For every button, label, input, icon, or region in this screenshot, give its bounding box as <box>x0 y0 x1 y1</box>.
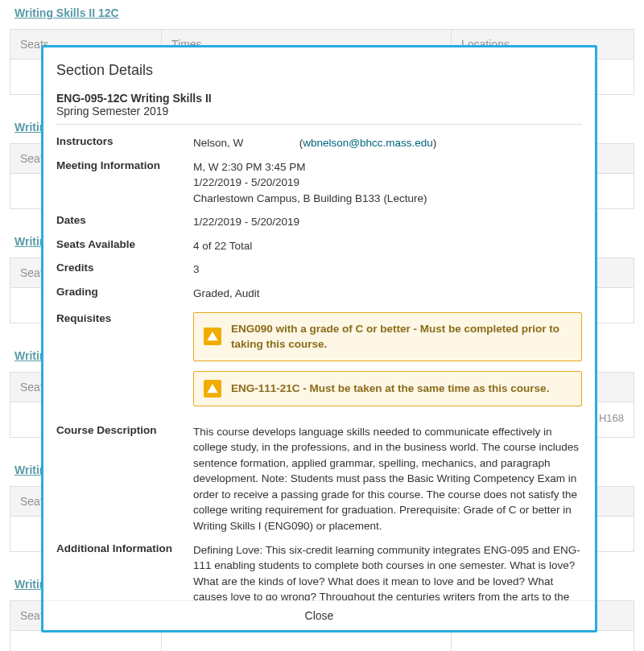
row-additional: Additional Information Defining Love: Th… <box>56 538 582 600</box>
meeting-line: 1/22/2019 - 5/20/2019 <box>193 175 582 191</box>
meeting-line: M, W 2:30 PM 3:45 PM <box>193 159 582 175</box>
label-requisites: Requisites <box>56 312 193 324</box>
course-code: ENG-095-12C Writing Skills II <box>56 92 582 105</box>
table-row[interactable] <box>10 631 634 651</box>
close-button[interactable]: Close <box>43 600 595 630</box>
label-credits: Credits <box>56 262 193 274</box>
term: Spring Semester 2019 <box>56 105 582 125</box>
instructor-name: Nelson, W <box>193 135 296 151</box>
label-dates: Dates <box>56 214 193 226</box>
instructor-email-link[interactable]: wbnelson@bhcc.mass.edu <box>303 137 433 149</box>
modal-title: Section Details <box>56 57 582 92</box>
row-instructors: Instructors Nelson, W (wbnelson@bhcc.mas… <box>56 131 582 155</box>
row-grading: Grading Graded, Audit <box>56 282 582 306</box>
label-meeting: Meeting Information <box>56 159 193 171</box>
paren-close: ) <box>433 137 437 149</box>
requisite-alert: ENG090 with a grade of C or better - Mus… <box>193 312 582 361</box>
row-description: Course Description This course develops … <box>56 420 582 538</box>
section-details-modal: Section Details ENG-095-12C Writing Skil… <box>41 45 597 632</box>
requisite-text: ENG090 with a grade of C or better - Mus… <box>231 321 572 352</box>
course-link[interactable]: Writing Skills II 12C <box>10 0 634 29</box>
row-dates: Dates 1/22/2019 - 5/20/2019 <box>56 210 582 234</box>
value-credits: 3 <box>193 262 582 278</box>
meeting-line: Charlestown Campus, B Building B133 (Lec… <box>193 191 582 207</box>
requisite-alert: ENG-111-21C - Must be taken at the same … <box>193 371 582 406</box>
cell-loc <box>452 631 634 651</box>
value-grading: Graded, Audit <box>193 286 582 302</box>
value-meeting: M, W 2:30 PM 3:45 PM 1/22/2019 - 5/20/20… <box>193 159 582 207</box>
requisite-text: ENG-111-21C - Must be taken at the same … <box>231 381 549 397</box>
row-credits: Credits 3 <box>56 258 582 282</box>
label-instructors: Instructors <box>56 135 193 147</box>
label-additional: Additional Information <box>56 542 193 554</box>
value-instructors: Nelson, W (wbnelson@bhcc.mass.edu) <box>193 135 582 151</box>
value-requisites: ENG090 with a grade of C or better - Mus… <box>193 312 582 416</box>
cell-seats <box>10 631 162 651</box>
value-dates: 1/22/2019 - 5/20/2019 <box>193 214 582 230</box>
row-meeting: Meeting Information M, W 2:30 PM 3:45 PM… <box>56 155 582 211</box>
value-additional: Defining Love: This six-credit learning … <box>193 542 582 600</box>
label-seats: Seats Available <box>56 238 193 250</box>
cell-times <box>162 631 452 651</box>
warning-icon <box>204 328 221 345</box>
row-seats: Seats Available 4 of 22 Total <box>56 234 582 258</box>
value-seats: 4 of 22 Total <box>193 238 582 254</box>
value-description: This course develops language skills nee… <box>193 424 582 534</box>
row-requisites: Requisites ENG090 with a grade of C or b… <box>56 306 582 420</box>
label-grading: Grading <box>56 286 193 298</box>
label-description: Course Description <box>56 424 193 436</box>
warning-icon <box>204 380 221 398</box>
